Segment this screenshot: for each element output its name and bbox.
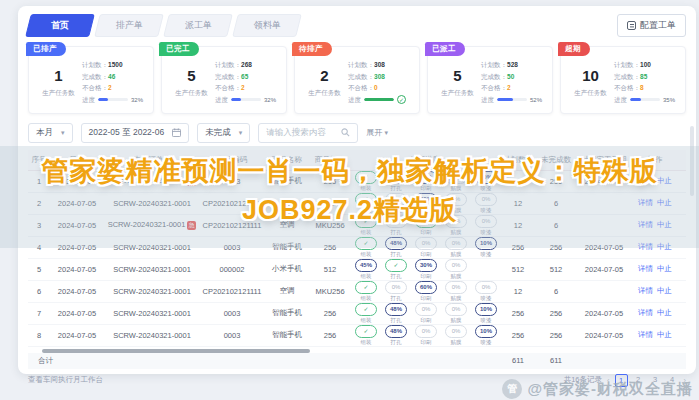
- stat-line: 不合格：2: [481, 82, 546, 94]
- stat-card[interactable]: 已完工5生产任务数计划数：268完成数：65不合格：2进度32%: [161, 46, 287, 114]
- detail-link[interactable]: 详情: [638, 242, 653, 251]
- tab-1[interactable]: 排产单: [94, 14, 164, 37]
- step-label: 贴膜: [442, 339, 470, 346]
- stat-line: 不合格：8: [614, 82, 679, 94]
- row-finish-date: 2024-07-05: [576, 309, 632, 318]
- process-step: 0%贴膜: [442, 325, 470, 346]
- step-label: 组装: [352, 251, 380, 258]
- configure-workorder-label: 配置工单: [640, 19, 676, 32]
- process-step: ✓组装: [352, 303, 380, 324]
- detail-link[interactable]: 详情: [638, 286, 653, 295]
- step-percent: 0%: [385, 281, 407, 294]
- date-range-input[interactable]: 2022-05 至 2022-06: [81, 123, 190, 143]
- table-row[interactable]: 62024-07-05SCRW-20240321-0001CP202102121…: [28, 281, 686, 303]
- table-row[interactable]: 42024-07-05SCRW-20240321-00010003智能手机256…: [28, 237, 686, 259]
- detail-link[interactable]: 详情: [638, 330, 653, 339]
- progress-steps: 45%组装✓打孔30%印刷0%贴膜: [350, 259, 500, 280]
- task-count-label: 生产任务数: [434, 89, 481, 98]
- search-input[interactable]: 请输入搜索内容: [258, 123, 358, 143]
- process-step: ✓组装: [352, 325, 380, 346]
- progress-steps: ✓组装48%打孔0%印刷0%贴膜10%喷漆: [350, 303, 500, 324]
- chevron-down-icon: ▾: [61, 129, 65, 137]
- stat-line: 不合格：0: [348, 82, 413, 94]
- status-value: 未完成: [205, 127, 231, 139]
- row-product-name: 智能手机: [264, 308, 310, 318]
- step-label: 组装: [352, 339, 380, 346]
- configure-workorder-button[interactable]: 配置工单: [617, 14, 686, 37]
- step-label: 打孔: [382, 295, 410, 302]
- row-actions: 详情中止: [632, 286, 678, 296]
- table-row[interactable]: 52024-07-05SCRW-20240321-0001000002小米手机5…: [28, 259, 686, 281]
- stat-line: 完成数：85: [614, 71, 679, 83]
- abort-link[interactable]: 中止: [657, 264, 672, 273]
- detail-link[interactable]: 详情: [638, 308, 653, 317]
- process-step: 0%贴膜: [442, 281, 470, 302]
- step-percent: 0%: [445, 303, 467, 316]
- row-unfinished-qty: 256: [536, 331, 576, 340]
- stat-label: 不合格：: [215, 84, 241, 91]
- date-range-value: 2022-05 至 2022-06: [89, 127, 165, 139]
- step-label: 贴膜: [442, 251, 470, 258]
- tab-2[interactable]: 派工单: [163, 14, 233, 37]
- stat-card[interactable]: 待排产2生产任务数计划数：308完成数：308不合格：0进度✓: [294, 46, 420, 114]
- period-select[interactable]: 本月 ▾: [28, 123, 73, 143]
- row-unfinished-qty: 256: [536, 309, 576, 318]
- progress-steps: ✓组装48%打孔0%印刷0%贴膜10%喷漆: [350, 325, 500, 346]
- progress-track: [630, 98, 660, 101]
- stat-card[interactable]: 已派工5生产任务数计划数：528完成数：50不合格：2进度52%: [427, 46, 553, 114]
- process-step: 0%贴膜: [442, 303, 470, 324]
- process-step: ✓打孔: [382, 259, 410, 280]
- step-check-icon: ✓: [355, 303, 377, 316]
- step-percent: 48%: [385, 325, 407, 338]
- progress-fill: [630, 98, 641, 101]
- row-product-spec: 256: [310, 243, 350, 252]
- process-step: 48%打孔: [382, 325, 410, 346]
- stat-card[interactable]: 已排产1生产任务数计划数：1500完成数：46不合格：2进度32%: [28, 46, 154, 114]
- workbench-link[interactable]: 查看车间执行月工作台: [28, 375, 103, 385]
- progress-percent: 32%: [264, 95, 276, 106]
- step-label: 打孔: [382, 317, 410, 324]
- abort-link[interactable]: 中止: [657, 242, 672, 251]
- stat-label: 完成数：: [614, 73, 640, 80]
- process-step: 10%喷漆: [472, 303, 500, 324]
- task-count-label: 生产任务数: [168, 89, 215, 98]
- stat-value: 50: [507, 73, 514, 80]
- status-select[interactable]: 未完成 ▾: [197, 123, 250, 143]
- row-product-code: 0003: [200, 309, 264, 318]
- stat-line: 完成数：46: [82, 71, 147, 83]
- row-order-no: SCRW-20240321-0001: [104, 331, 200, 340]
- abort-link[interactable]: 中止: [657, 308, 672, 317]
- progress-percent: 35%: [663, 95, 675, 106]
- task-count: 2: [301, 67, 348, 84]
- stat-value: 2: [108, 84, 112, 91]
- row-plan-qty: 12: [500, 287, 536, 296]
- abort-link[interactable]: 中止: [657, 330, 672, 339]
- stat-cards: 已排产1生产任务数计划数：1500完成数：46不合格：2进度32%已完工5生产任…: [28, 46, 686, 114]
- step-label: 打孔: [382, 339, 410, 346]
- step-percent: 0%: [415, 303, 437, 316]
- progress-label: 进度: [215, 94, 228, 106]
- stat-line: 完成数：50: [481, 71, 546, 83]
- table-row[interactable]: 82024-07-05SCRW-20240321-00010003智能手机256…: [28, 325, 686, 347]
- row-index: 4: [28, 243, 50, 252]
- stat-card[interactable]: 超期10生产任务数计划数：100完成数：85不合格：8进度35%: [560, 46, 686, 114]
- tab-home[interactable]: 首页: [25, 14, 95, 37]
- abort-link[interactable]: 中止: [657, 286, 672, 295]
- filter-bar: 本月 ▾ 2022-05 至 2022-06 未完成 ▾ 请输入搜索内容 展开: [28, 123, 686, 143]
- step-check-icon: ✓: [355, 325, 377, 338]
- expand-link[interactable]: 展开 ▾: [366, 127, 388, 138]
- row-product-name: 小米手机: [264, 264, 310, 274]
- detail-link[interactable]: 详情: [638, 264, 653, 273]
- process-step: 0%贴膜: [442, 237, 470, 258]
- progress-line: 进度32%: [215, 94, 280, 106]
- period-value: 本月: [36, 127, 53, 139]
- total-unfinished-qty: 611: [536, 356, 576, 365]
- progress-track: [497, 98, 527, 101]
- task-count: 5: [168, 67, 215, 84]
- progress-line: 进度52%: [481, 94, 546, 106]
- table-row[interactable]: 72024-07-05SCRW-20240321-00010003智能手机256…: [28, 303, 686, 325]
- row-product-name: 空调: [264, 286, 310, 296]
- tab-3[interactable]: 领料单: [232, 14, 302, 37]
- stat-value: 65: [241, 73, 248, 80]
- process-step: 0%喷漆: [472, 281, 500, 302]
